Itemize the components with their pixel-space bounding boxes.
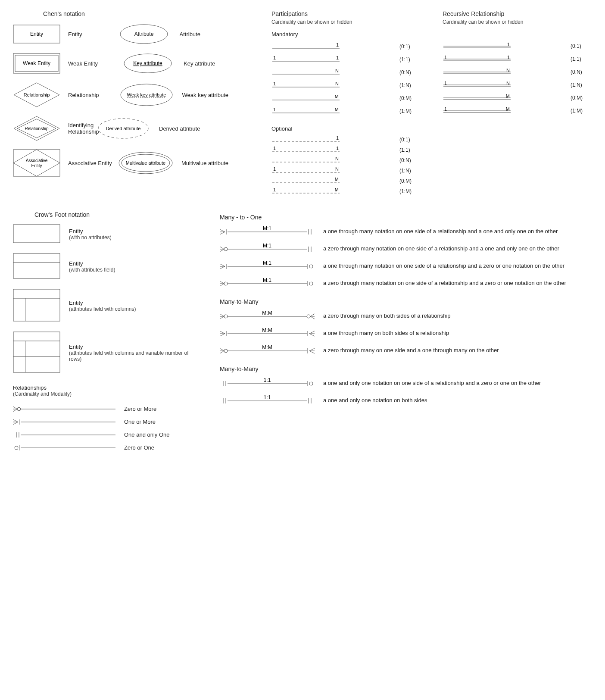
relationship-row: 1:1 a one and only one notation on both … (220, 395, 592, 405)
cardinality-row: 1 1 (1:1) (443, 53, 592, 66)
cardinality-line-icon: 1 N (271, 81, 340, 90)
svg-line-123 (220, 266, 225, 269)
svg-point-101 (15, 446, 18, 450)
cardinality-label: (1:M) (396, 188, 421, 194)
derived-attribute-label: Derived attribute (159, 125, 200, 132)
cardinality-row: N (0:N) (443, 66, 592, 78)
entity-subtitle: (attributes field with columns and varia… (69, 350, 194, 362)
svg-line-151 (309, 331, 315, 334)
cardinality-label: (1:1) (567, 56, 592, 62)
svg-text:Weak Entity: Weak Entity (23, 60, 50, 66)
relationships-title: Relationships (13, 384, 194, 391)
optional-title: Optional (271, 125, 421, 132)
entity-subtitle: (with attributes field) (69, 267, 115, 273)
cardinality-row: 1 N (1:N) (271, 166, 421, 176)
cardinality-row: M (0:M) (443, 91, 592, 104)
relationship-row: M:1 a one through many notation on one s… (220, 226, 592, 236)
relationship-desc: a one through many notation on one side … (323, 262, 592, 269)
cardinality-label: (1:N) (567, 82, 592, 88)
relationship-end-icon (13, 404, 116, 413)
participations-title: Participations (271, 10, 421, 17)
cardinality-row: N (0:N) (271, 155, 421, 166)
svg-line-163 (309, 351, 315, 353)
svg-text:N: N (335, 81, 339, 86)
svg-text:M:1: M:1 (263, 226, 271, 231)
svg-text:M: M (335, 187, 339, 192)
cardinality-line-icon: M (271, 94, 340, 103)
cardinality-label: (1:1) (396, 147, 421, 153)
relationship-desc: a one and only one notation on both side… (323, 397, 592, 403)
entity-subtitle: (with no attributes) (69, 234, 112, 241)
entity-title: Entity (69, 228, 112, 234)
svg-line-137 (220, 314, 224, 316)
svg-line-147 (220, 331, 225, 334)
relationship-basic-row: Zero or More (13, 404, 194, 413)
svg-line-115 (220, 249, 224, 252)
recursive-section: Recursive Relationship Cardinality can b… (443, 9, 592, 197)
associative-entity-label: Associative Entity (68, 160, 112, 166)
svg-text:M:M: M:M (262, 328, 272, 333)
svg-point-136 (224, 315, 228, 318)
crowsfoot-entity-row: Entity (attributes field with columns) (13, 289, 194, 323)
svg-text:M: M (506, 94, 510, 99)
cardinality-row: 1 (0:1) (271, 134, 421, 145)
svg-text:1:1: 1:1 (264, 378, 271, 383)
entity-label: Entity (68, 31, 82, 38)
svg-rect-80 (13, 289, 60, 321)
relationship-label: Relationship (68, 92, 99, 98)
svg-rect-77 (13, 225, 60, 243)
entity-shape-icon (13, 289, 60, 323)
cardinality-line-icon: N (271, 156, 340, 165)
svg-point-156 (224, 349, 228, 353)
entity-shape-icon (13, 253, 60, 280)
svg-text:1: 1 (273, 146, 276, 151)
svg-line-96 (13, 422, 18, 425)
svg-text:1: 1 (336, 42, 339, 47)
weak-entity-label: Weak Entity (68, 60, 98, 67)
participations-section: Participations Cardinality can be shown … (271, 9, 421, 197)
identifying-relationship-icon: Relationship (13, 116, 60, 141)
cardinality-row: 1 (0:1) (443, 40, 592, 53)
cardinality-line-icon: 1 1 (443, 55, 511, 63)
svg-line-161 (309, 348, 315, 351)
svg-text:M:M: M:M (262, 345, 272, 350)
relationship-end-icon (13, 417, 116, 426)
svg-text:Associative: Associative (26, 158, 48, 163)
recursive-subtitle: Cardinality can be shown or hidden (443, 19, 592, 25)
relationship-line-icon: M:1 (220, 226, 315, 236)
svg-text:Weak key attribute: Weak key attribute (127, 92, 166, 97)
relationship-basic-label: One or More (124, 419, 156, 425)
cardinality-label: (1:N) (396, 82, 421, 88)
svg-text:1: 1 (336, 55, 339, 60)
svg-text:Key attribute: Key attribute (133, 60, 162, 66)
svg-line-89 (13, 406, 17, 409)
cardinality-line-icon: M (271, 177, 340, 185)
cardinality-label: (1:M) (396, 108, 421, 114)
svg-text:Attribute: Attribute (134, 31, 153, 37)
chen-entity-row: Entity Entity Attribute Attribute (13, 23, 246, 45)
svg-text:N: N (335, 166, 339, 172)
derived-attribute-icon: Derived attribute (95, 117, 151, 140)
cardinality-label: (1:N) (396, 168, 421, 174)
cardinality-line-icon: 1 M (443, 106, 511, 115)
entity-title: Entity (69, 260, 115, 267)
svg-text:1: 1 (507, 55, 510, 60)
relationships-subtitle: (Cardinality and Modality) (13, 391, 194, 397)
participations-subtitle: Cardinality can be shown or hidden (271, 19, 421, 25)
cardinality-line-icon: 1 M (271, 107, 340, 116)
cardinality-label: (0:N) (396, 157, 421, 163)
svg-text:1: 1 (336, 146, 339, 151)
cardinality-row: 1 M (1:M) (271, 105, 421, 118)
svg-line-159 (220, 351, 224, 353)
many-to-many-title: Many-to-Many (220, 298, 592, 305)
svg-text:1: 1 (273, 166, 276, 172)
cardinality-line-icon: M (443, 94, 511, 102)
svg-text:M: M (335, 107, 339, 112)
relationship-row: M:M a one through many on both sides of … (220, 328, 592, 338)
svg-point-88 (17, 407, 21, 411)
svg-point-128 (224, 282, 228, 285)
svg-point-168 (309, 382, 313, 385)
svg-text:M:1: M:1 (263, 278, 271, 283)
svg-text:M: M (335, 94, 339, 99)
svg-text:1: 1 (507, 42, 510, 47)
